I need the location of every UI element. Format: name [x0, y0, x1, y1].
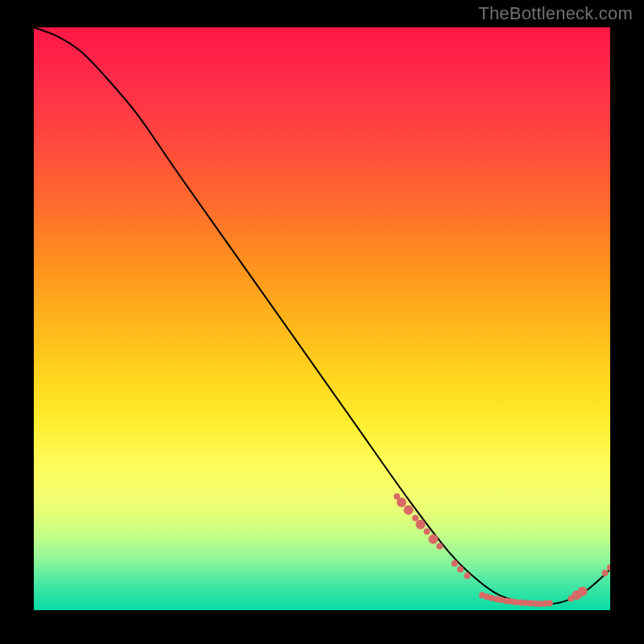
data-point [397, 497, 407, 507]
data-point [457, 566, 464, 572]
data-point [403, 506, 413, 515]
data-point [428, 535, 438, 544]
plot-area [34, 27, 610, 610]
chart-overlay [34, 27, 610, 610]
watermark-text: TheBottleneck.com [478, 3, 633, 24]
data-point [415, 520, 425, 530]
data-point [578, 587, 588, 597]
data-point [412, 515, 419, 522]
data-point [607, 564, 610, 571]
data-point [547, 600, 553, 606]
data-point [423, 528, 430, 535]
data-point [602, 570, 609, 576]
data-point [464, 572, 470, 579]
data-point [452, 560, 458, 567]
bottleneck-curve [34, 27, 610, 605]
chart-frame: TheBottleneck.com [0, 0, 644, 644]
data-points [394, 493, 610, 607]
data-point [436, 543, 443, 549]
